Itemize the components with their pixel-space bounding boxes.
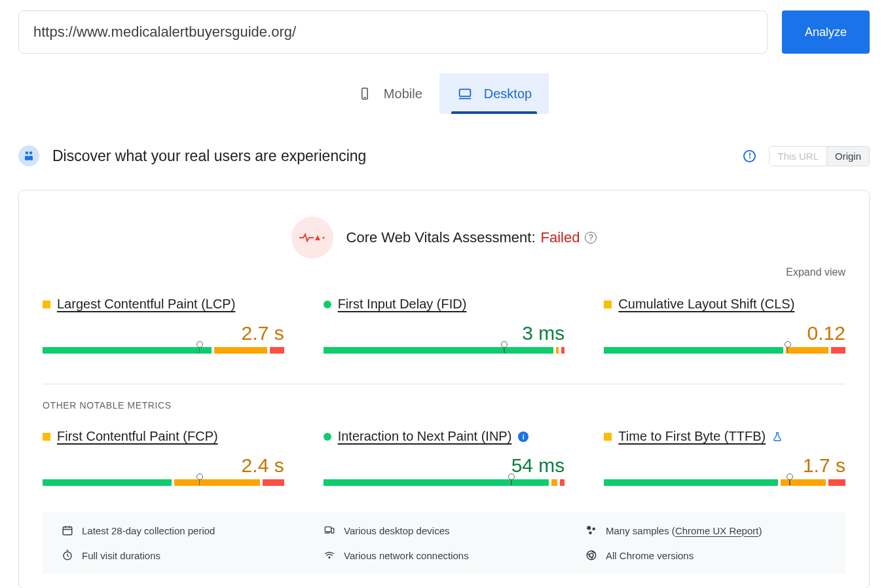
url-input[interactable] [18,10,768,54]
assessment-card: Core Web Vitals Assessment: Failed ? Exp… [18,190,870,588]
metric-top-1: First Input Delay (FID)3 ms [324,297,565,361]
metric-value: 2.7 s [43,322,284,344]
other-metrics-title: OTHER NOTABLE METRICS [43,400,845,411]
experimental-icon[interactable] [772,432,783,442]
status-marker [604,433,612,441]
status-marker [43,301,50,308]
marker-icon [196,473,203,485]
assessment-label: Core Web Vitals Assessment: [346,229,536,246]
svg-point-24 [329,557,330,558]
metric-name[interactable]: Largest Contentful Paint (LCP) [57,297,235,312]
metric-name[interactable]: Interaction to Next Paint (INP) [338,429,512,444]
svg-point-9 [322,236,324,238]
svg-point-19 [589,532,592,535]
scope-origin-button[interactable]: Origin [826,147,869,166]
status-marker [324,433,331,441]
footer-period: Latest 28-day collection period [82,525,215,536]
distribution-bar [604,347,845,361]
metric-value: 0.12 [604,322,845,344]
metric-value: 54 ms [324,454,565,477]
svg-line-22 [67,556,69,557]
distribution-bar [604,479,845,494]
devices-icon [323,524,336,537]
metric-name[interactable]: Cumulative Layout Shift (CLS) [618,297,794,312]
info-icon[interactable]: ! [743,150,756,162]
svg-point-25 [587,551,596,560]
divider [43,384,845,384]
expand-view-link[interactable]: Expand view [43,266,845,278]
section-title: Discover what your real users are experi… [52,147,366,165]
status-marker [604,301,612,308]
metric-value: 1.7 s [604,454,845,477]
status-marker [324,301,331,308]
mobile-icon [356,87,373,100]
scope-toggle: This URL Origin [769,146,870,166]
metric-name[interactable]: Time to First Byte (TTFB) [618,429,766,444]
metric-bottom-1: Interaction to Next Paint (INP)i54 ms [324,429,565,494]
marker-icon [196,341,203,353]
distribution-bar [43,479,284,494]
tab-mobile[interactable]: Mobile [339,73,439,114]
distribution-bar [324,347,565,361]
metric-top-2: Cumulative Layout Shift (CLS)0.12 [604,297,845,361]
tab-label: Mobile [384,86,422,101]
chrome-icon [585,549,598,562]
metric-bottom-0: First Contentful Paint (FCP)2.4 s [43,429,284,494]
assessment-status: Failed [541,229,580,246]
distribution-bar [43,347,284,361]
marker-icon [785,341,791,353]
users-icon [18,145,39,166]
tab-desktop[interactable]: Desktop [439,73,549,114]
footer-network: Various network connections [344,550,469,561]
footer-samples: Many samples (Chrome UX Report) [606,525,762,536]
svg-point-5 [29,151,33,155]
distribution-bar [324,479,565,494]
assessment-text: Core Web Vitals Assessment: Failed ? [346,229,597,246]
info-icon[interactable]: i [518,432,528,442]
svg-rect-14 [325,527,331,532]
chrome-ux-report-link[interactable]: Chrome UX Report [675,525,759,536]
metric-name[interactable]: First Input Delay (FID) [338,297,467,312]
svg-rect-10 [63,527,72,535]
svg-point-4 [26,151,29,155]
svg-point-17 [587,526,591,530]
svg-point-18 [593,528,596,531]
metric-value: 2.4 s [43,454,284,477]
svg-marker-8 [315,235,320,240]
svg-rect-7 [29,156,33,160]
network-icon [323,549,336,562]
marker-icon [786,473,793,485]
metric-name[interactable]: First Contentful Paint (FCP) [57,429,218,444]
metric-top-0: Largest Contentful Paint (LCP)2.7 s [43,297,284,361]
svg-rect-6 [25,156,29,160]
footer-versions: All Chrome versions [606,550,694,561]
status-marker [43,433,50,441]
footer-devices: Various desktop devices [344,525,449,536]
marker-icon [508,473,515,485]
svg-rect-2 [459,89,470,96]
clock-icon [61,549,74,562]
desktop-icon [456,87,473,100]
analyze-button[interactable]: Analyze [782,10,870,54]
tab-label: Desktop [484,86,532,101]
assessment-status-icon [291,217,333,259]
marker-icon [501,341,508,353]
svg-rect-16 [331,528,334,533]
footer-durations: Full visit durations [82,550,160,561]
scope-url-button[interactable]: This URL [769,147,826,166]
help-icon[interactable]: ? [585,232,597,244]
calendar-icon [61,524,74,537]
footer-panel: Latest 28-day collection period Various … [43,512,845,574]
samples-icon [585,524,598,537]
metric-value: 3 ms [324,322,565,344]
metric-bottom-2: Time to First Byte (TTFB)1.7 s [604,429,845,494]
